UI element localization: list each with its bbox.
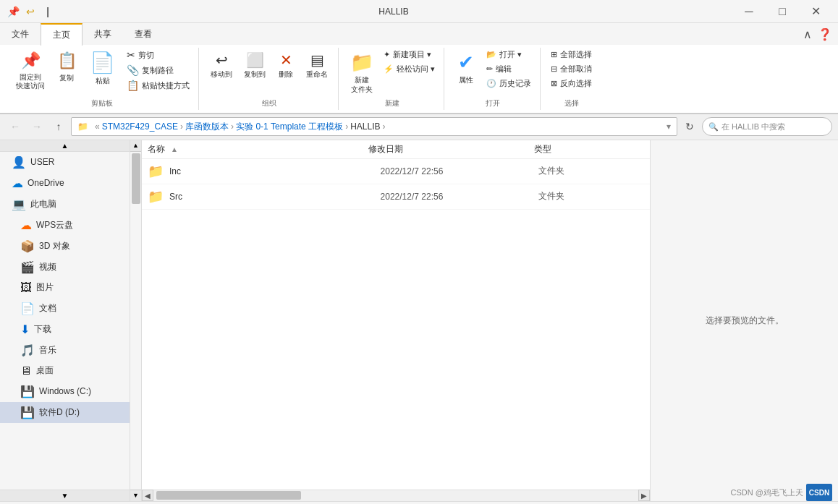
paste-button[interactable]: 📄 粘贴 [84, 48, 121, 89]
copy-icon: 📋 [57, 51, 77, 72]
sidebar-item-video[interactable]: 🎬 视频 [0, 257, 130, 278]
file-type-src: 文件夹 [538, 190, 644, 202]
newfolder-button[interactable]: 📁 新建文件夹 [346, 48, 378, 97]
delete-label: 删除 [279, 69, 293, 79]
sidebar-item-softd[interactable]: 💾 软件D (D:) [0, 402, 130, 423]
copy-button[interactable]: 📋 复制 [52, 48, 81, 85]
sidebar-item-winc[interactable]: 💾 Windows (C:) [0, 381, 130, 402]
sidebar-onedrive-label: OneDrive [27, 178, 64, 188]
minimize-button[interactable]: ─ [732, 0, 766, 23]
hscroll-right-button[interactable]: ▶ [638, 490, 650, 501]
tab-file[interactable]: 文件 [0, 23, 41, 45]
selectall-icon: ⊞ [551, 50, 557, 59]
invertselect-button[interactable]: ⊠ 反向选择 [548, 77, 595, 90]
sidebar-vscroll-down[interactable]: ▼ [130, 490, 141, 501]
ribbon: 文件 主页 共享 查看 ∧ ❓ 📌 固定到快速访问 📋 复制 [0, 23, 838, 114]
sidebar-scroll-down[interactable]: ▼ [0, 490, 130, 501]
sidebar-vscroll-up[interactable]: ▲ [130, 140, 141, 152]
forward-button[interactable]: → [27, 117, 46, 136]
breadcrumb-stm[interactable]: STM32F429_CASE [102, 121, 178, 132]
content-wrapper: 名称 ▲ 修改日期 类型 📁 Inc 2022/12/7 22:56 文件夹 📁… [142, 140, 650, 501]
col-header-type[interactable]: 类型 [534, 143, 644, 155]
main-area: ▲ 👤 USER ☁ OneDrive 💻 此电脑 ☁ WPS云盘 📦 3D 对… [0, 140, 838, 501]
sidebar-item-user[interactable]: 👤 USER [0, 152, 130, 173]
tab-view[interactable]: 查看 [123, 23, 164, 45]
folder-icon-src: 📁 [148, 189, 164, 205]
sidebar-item-desktop[interactable]: 🖥 桌面 [0, 361, 130, 381]
pasteshortcut-button[interactable]: 📋 粘贴快捷方式 [124, 78, 192, 93]
file-name-inc: Inc [169, 166, 381, 176]
sidebar-item-onedrive[interactable]: ☁ OneDrive [0, 173, 130, 194]
content-area: 名称 ▲ 修改日期 类型 📁 Inc 2022/12/7 22:56 文件夹 📁… [142, 140, 650, 490]
sidebar-thispc-label: 此电脑 [30, 198, 56, 210]
newitem-button[interactable]: ✦ 新建项目 ▾ [381, 48, 438, 61]
sidebar-item-wps[interactable]: ☁ WPS云盘 [0, 215, 130, 236]
copypath-icon: 📎 [127, 64, 139, 76]
breadcrumb-sep1: › [180, 121, 183, 132]
app-icon-undo[interactable]: ↩ [23, 4, 38, 19]
tab-home[interactable]: 主页 [41, 23, 82, 46]
documents-icon: 📄 [20, 302, 35, 315]
moveto-button[interactable]: ↩ 移动到 [206, 48, 237, 82]
delete-button[interactable]: ✕ 删除 [273, 48, 299, 82]
refresh-button[interactable]: ↻ [680, 117, 699, 136]
openfile-button[interactable]: 📂 打开 ▾ [483, 48, 534, 61]
properties-button[interactable]: ✔ 属性 [452, 48, 481, 87]
breadcrumb-exp[interactable]: 实验 0-1 Template 工程模板 [236, 121, 343, 133]
copypath-button[interactable]: 📎 复制路径 [124, 63, 192, 77]
ribbon-collapse-button[interactable]: ∧ [803, 27, 812, 41]
history-button[interactable]: 🕐 历史记录 [483, 77, 534, 90]
file-name-src: Src [169, 192, 381, 202]
ribbon-group-clipboard: 📌 固定到快速访问 📋 复制 📄 粘贴 ✂ [6, 48, 199, 110]
selectall-button[interactable]: ⊞ 全部选择 [548, 48, 595, 61]
newitem-icon: ✦ [384, 50, 390, 59]
3d-icon: 📦 [20, 239, 35, 253]
sidebar-item-thispc[interactable]: 💻 此电脑 [0, 194, 130, 215]
file-row-src[interactable]: 📁 Src 2022/12/7 22:56 文件夹 [142, 184, 650, 210]
rename-button[interactable]: ▤ 重命名 [302, 48, 332, 82]
sidebar-item-pictures[interactable]: 🖼 图片 [0, 278, 130, 298]
breadcrumb-sep0: « [95, 121, 100, 132]
pin-button[interactable]: 📌 固定到快速访问 [12, 48, 49, 93]
search-box[interactable]: 🔍 在 HALLIB 中搜索 [702, 117, 832, 136]
newitem-label: 新建项目 ▾ [393, 49, 431, 60]
folder-icon-inc: 📁 [148, 163, 164, 179]
easyaccess-button[interactable]: ⚡ 轻松访问 ▾ [381, 62, 438, 76]
sidebar-item-3d[interactable]: 📦 3D 对象 [0, 236, 130, 257]
breadcrumb-bar[interactable]: 📁 « STM32F429_CASE › 库函数版本 › 实验 0-1 Temp… [71, 117, 677, 136]
up-button[interactable]: ↑ [49, 117, 68, 136]
sidebar-item-downloads[interactable]: ⬇ 下载 [0, 319, 130, 340]
close-button[interactable]: ✕ [799, 0, 832, 23]
history-label: 历史记录 [499, 78, 531, 89]
file-row-inc[interactable]: 📁 Inc 2022/12/7 22:56 文件夹 [142, 159, 650, 184]
new-label: 新建 [346, 97, 438, 110]
edit-button[interactable]: ✏ 编辑 [483, 62, 534, 76]
selectnone-button[interactable]: ⊟ 全部取消 [548, 62, 595, 76]
sidebar-softd-label: 软件D (D:) [39, 406, 80, 419]
hscroll-left-button[interactable]: ◀ [142, 490, 153, 501]
sidebar: ▲ 👤 USER ☁ OneDrive 💻 此电脑 ☁ WPS云盘 📦 3D 对… [0, 140, 130, 501]
properties-label: 属性 [459, 75, 473, 85]
status-bar: 2 个项目 ⊞ ☰ [0, 501, 838, 504]
newfolder-label: 新建文件夹 [351, 75, 373, 94]
cut-button[interactable]: ✂ 剪切 [124, 48, 192, 62]
hscroll-thumb[interactable] [156, 491, 301, 500]
paste-icon: 📄 [90, 51, 115, 74]
col-header-name[interactable]: 名称 ▲ [148, 143, 368, 155]
sidebar-item-music[interactable]: 🎵 音乐 [0, 340, 130, 361]
back-button[interactable]: ← [6, 117, 25, 136]
sidebar-item-documents[interactable]: 📄 文档 [0, 298, 130, 319]
copyto-button[interactable]: ⬜ 复制到 [240, 48, 270, 82]
col-header-date[interactable]: 修改日期 [368, 143, 534, 155]
breadcrumb-lib[interactable]: 库函数版本 [185, 121, 229, 133]
maximize-button[interactable]: □ [766, 0, 799, 23]
tab-share[interactable]: 共享 [82, 23, 123, 45]
openfile-label: 打开 ▾ [499, 49, 522, 60]
new-small-buttons: ✦ 新建项目 ▾ ⚡ 轻松访问 ▾ [381, 48, 438, 76]
ribbon-content: 📌 固定到快速访问 📋 复制 📄 粘贴 ✂ [0, 45, 838, 114]
history-icon: 🕐 [486, 79, 496, 88]
sidebar-scroll-up[interactable]: ▲ [0, 140, 130, 152]
help-button[interactable]: ❓ [818, 27, 832, 41]
breadcrumb-dropdown[interactable]: ▾ [666, 121, 671, 132]
sidebar-vscroll-thumb[interactable] [132, 153, 140, 204]
